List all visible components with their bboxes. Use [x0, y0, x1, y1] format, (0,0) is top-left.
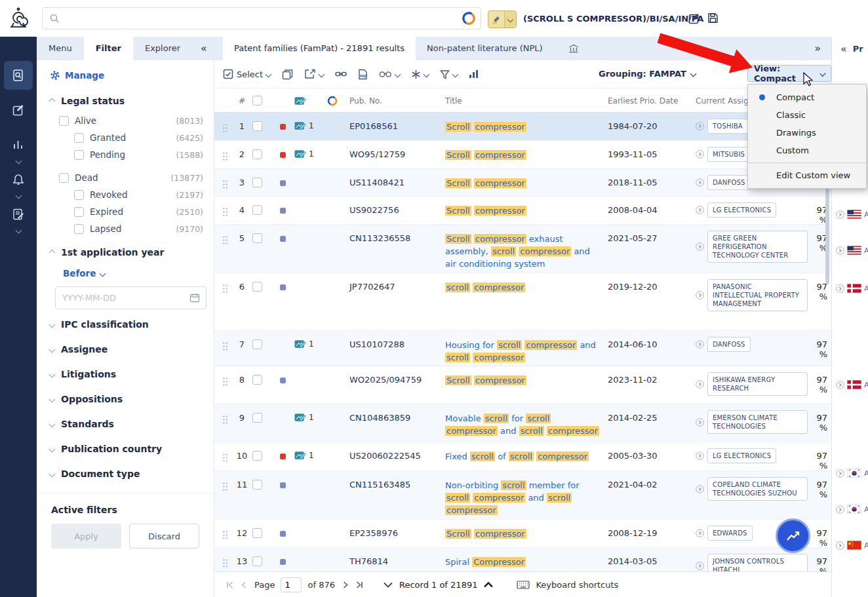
family-flag-dk[interactable]: A: [836, 284, 868, 293]
assignee-chip[interactable]: DANFOSS: [707, 175, 751, 190]
date-input[interactable]: [55, 286, 207, 309]
expand-chevron-icon[interactable]: [696, 380, 704, 389]
drag-handle[interactable]: [222, 520, 234, 539]
expand-chevron-icon[interactable]: [696, 150, 704, 159]
sidebar-notes-module[interactable]: [4, 96, 33, 125]
row-checkbox[interactable]: [252, 149, 262, 159]
calendar-icon[interactable]: [189, 293, 200, 303]
row-checkbox[interactable]: [252, 339, 262, 349]
filter-option-alive[interactable]: Alive(8013): [37, 112, 214, 129]
assignee-chip[interactable]: MITSUBIS: [707, 147, 750, 162]
checkbox-icon[interactable]: [74, 190, 84, 200]
expand-right-panel-icon[interactable]: «: [840, 43, 847, 55]
tab-filter[interactable]: Filter: [84, 37, 133, 60]
expand-chevron-icon[interactable]: [836, 246, 844, 255]
search-box[interactable]: [42, 7, 481, 29]
drag-handle[interactable]: [222, 366, 234, 386]
publication-number[interactable]: US9022756: [349, 197, 445, 215]
filter-section-document-type[interactable]: Document type: [37, 461, 214, 486]
table-row[interactable]: 91CN104863859Movable scroll for scroll c…: [214, 404, 831, 442]
save-query-icon[interactable]: [707, 12, 719, 24]
assignee-chip[interactable]: TOSHIBA: [707, 119, 748, 134]
copy-icon[interactable]: [282, 69, 293, 80]
highlighter-dropdown[interactable]: [505, 11, 516, 28]
row-checkbox[interactable]: [252, 121, 262, 131]
header-title[interactable]: Title: [445, 88, 608, 113]
collapse-panel-icon[interactable]: «: [201, 37, 207, 60]
row-checkbox[interactable]: [252, 413, 262, 423]
before-selector[interactable]: Before: [37, 263, 214, 284]
filter-section-litigations[interactable]: Litigations: [37, 362, 214, 387]
publication-number[interactable]: WO2025/094759: [349, 366, 445, 385]
assignee-chip[interactable]: COPELAND CLIMATE TECHNOLOGIES SUZHOU: [707, 477, 808, 501]
expand-chevron-icon[interactable]: [696, 562, 704, 570]
checkbox-icon[interactable]: [59, 173, 69, 183]
filter-option-pending[interactable]: Pending(1588): [37, 146, 214, 163]
assignee-chip[interactable]: DANFOSS: [707, 337, 751, 352]
drag-handle[interactable]: [222, 331, 234, 351]
patent-title-link[interactable]: Scroll compressor: [445, 141, 608, 166]
patent-title-link[interactable]: Scroll compressor: [445, 197, 608, 222]
table-row[interactable]: 4US9022756Scroll compressor2008-04-04LG …: [214, 197, 831, 225]
tab-patent-families[interactable]: Patent families (FamPat) - 21891 results: [223, 37, 416, 60]
table-row[interactable]: 101US20060222545Fixed scroll of scroll c…: [214, 442, 831, 471]
row-checkbox[interactable]: [252, 556, 262, 566]
prev-page-icon[interactable]: [240, 581, 248, 589]
table-row[interactable]: 21WO95/12759Scroll compressor1993-11-05M…: [214, 141, 831, 169]
filter-section-oppositions[interactable]: Oppositions: [37, 387, 214, 412]
patent-title-link[interactable]: Scroll compressor: [445, 366, 608, 392]
table-row[interactable]: 5CN113236558Scroll compressor exhaust as…: [214, 225, 831, 273]
filter-option-dead[interactable]: Dead(13877): [37, 169, 214, 186]
cb-logo-icon[interactable]: [462, 11, 476, 26]
publication-number[interactable]: JP7702647: [349, 273, 445, 292]
family-flag-kr[interactable]: A: [836, 469, 868, 478]
expand-chevron-icon[interactable]: [696, 206, 704, 214]
grouping-selector[interactable]: Grouping: FAMPAT: [599, 69, 696, 79]
assignee-chip[interactable]: JOHNSON CONTROLS HITACHI: [707, 554, 808, 571]
assignee-chip[interactable]: LG ELECTRONICS: [707, 448, 776, 463]
table-row[interactable]: 11EP0168561Scroll compressor1984-07-20TO…: [214, 113, 831, 141]
checkbox-icon[interactable]: [74, 150, 84, 160]
drag-handle[interactable]: [222, 548, 234, 568]
publication-number[interactable]: CN115163485: [349, 471, 445, 490]
expand-chevron-icon[interactable]: [836, 469, 844, 478]
patent-title-link[interactable]: Spiral Compressor: [445, 548, 608, 571]
row-checkbox[interactable]: [252, 178, 262, 187]
export-icon[interactable]: [304, 69, 324, 79]
glasses-icon[interactable]: [379, 70, 400, 78]
table-row[interactable]: 12EP2358976Scroll compressor2008-12-19ED…: [214, 520, 831, 548]
table-row[interactable]: 11CN115163485Non-orbiting scroll member …: [214, 471, 831, 520]
row-checkbox[interactable]: [252, 205, 262, 215]
row-checkbox[interactable]: [252, 451, 262, 461]
view-selector[interactable]: View: Compact: [747, 65, 831, 82]
expand-chevron-icon[interactable]: [696, 242, 704, 251]
assignee-chip[interactable]: LG ELECTRONICS: [707, 202, 776, 218]
expand-chevron-icon[interactable]: [696, 291, 704, 299]
expand-chevron-icon[interactable]: [836, 381, 844, 389]
table-row[interactable]: 71US10107288Housing for scroll compresso…: [214, 331, 831, 366]
table-row[interactable]: 6JP7702647scroll compressor2019-12-20PAN…: [214, 273, 831, 331]
sidebar-analytics-module[interactable]: [4, 130, 33, 159]
drag-handle[interactable]: [222, 197, 234, 216]
record-collapse-icon[interactable]: [483, 581, 494, 588]
drag-handle[interactable]: [222, 442, 234, 462]
drag-handle[interactable]: [222, 404, 234, 424]
sidebar-alerts-module[interactable]: [4, 165, 33, 194]
discard-button[interactable]: Discard: [129, 524, 199, 549]
expand-chevron-icon[interactable]: [836, 541, 844, 550]
patent-title-link[interactable]: Movable scroll for scroll compressor and…: [445, 404, 608, 442]
row-checkbox[interactable]: [252, 375, 262, 385]
keyboard-shortcuts-label[interactable]: Keyboard shortcuts: [536, 580, 618, 590]
assignee-chip[interactable]: GREE GREEN REFRIGERATION TECHNOLOGY CENT…: [707, 231, 808, 263]
next-page-icon[interactable]: [341, 581, 349, 589]
filter-section-ipc-classification[interactable]: IPC classification: [37, 312, 214, 337]
patent-title-link[interactable]: Scroll compressor exhaust assembly, scro…: [445, 225, 608, 275]
checkbox-icon[interactable]: [74, 133, 84, 143]
filter-option-granted[interactable]: Granted(6425): [37, 129, 214, 146]
select-all-checkbox[interactable]: [252, 96, 262, 106]
publication-number[interactable]: US10107288: [349, 331, 445, 349]
drag-handle[interactable]: [222, 471, 234, 491]
table-row[interactable]: 8WO2025/094759Scroll compressor2023-11-0…: [214, 366, 831, 404]
publication-number[interactable]: EP0168561: [349, 113, 445, 131]
publication-number[interactable]: CN104863859: [349, 404, 445, 423]
